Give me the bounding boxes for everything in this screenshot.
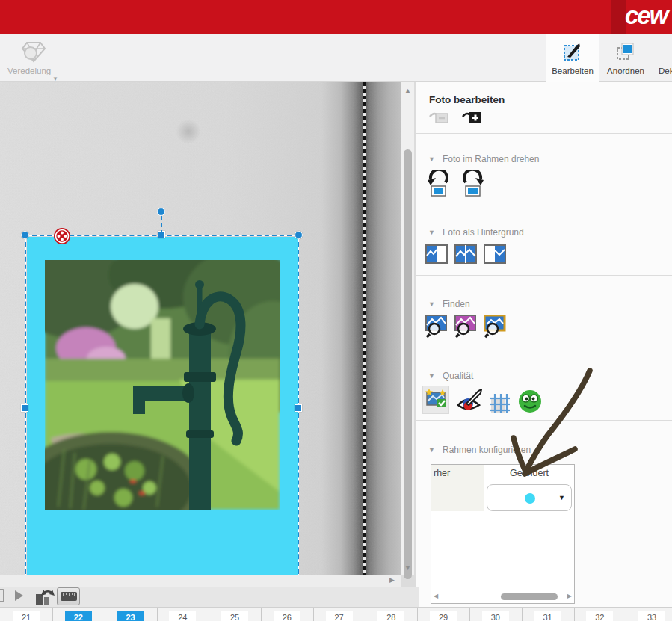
canvas-horizontal-scrollbar[interactable]: ▶ [0, 575, 401, 587]
ruler-page-number[interactable]: 22 [65, 611, 92, 621]
ruler-tick [261, 608, 262, 621]
edit-pencil-icon [562, 41, 583, 62]
photo-background-right-icon[interactable] [484, 244, 506, 264]
resize-handle-middle-right[interactable] [295, 404, 302, 412]
tab-label: Anordnen [607, 67, 644, 75]
edit-photo-panel: Foto bearbeiten ▼ Foto im Rahmen drehen [416, 82, 672, 607]
selection-outline-dashed [25, 235, 299, 581]
bottom-toolbar [0, 587, 419, 607]
resize-handle-middle-left[interactable] [21, 404, 28, 412]
cyan-color-swatch [525, 493, 535, 504]
chevron-down-icon: ▼ [52, 75, 58, 82]
arrange-icon [615, 41, 636, 62]
find-frame-icon[interactable] [484, 315, 506, 339]
collapse-caret-icon[interactable]: ▼ [428, 229, 435, 236]
tab-bearbeiten[interactable]: Bearbeiten [546, 34, 599, 82]
veredelung-button[interactable]: Veredelung ▼ [3, 37, 75, 80]
ruler-toggle-button[interactable] [57, 587, 80, 605]
section-label-background: Foto als Hintergrund [443, 227, 524, 238]
find-similar-photo-icon[interactable] [454, 315, 477, 339]
ruler-page-number[interactable]: 31 [534, 611, 561, 621]
section-divider [416, 275, 672, 276]
section-label-find: Finden [443, 299, 470, 309]
rotation-handle-line [161, 215, 162, 235]
section-divider [416, 203, 672, 203]
table-scroll-left-icon[interactable]: ◀ [434, 593, 438, 599]
header-dark-patch [611, 0, 626, 34]
tab-anordnen[interactable]: Anordnen [600, 34, 651, 82]
ruler-tick [52, 608, 53, 621]
image-quality-warning-icon [53, 227, 71, 245]
rotate-left-icon[interactable] [427, 170, 452, 197]
clipped-icon-row [427, 111, 576, 133]
application-window: cew Veredelung ▼ Bearbeiten [0, 0, 672, 621]
ruler-page-number[interactable]: 33 [638, 611, 665, 621]
ruler-page-number[interactable]: 32 [586, 611, 613, 621]
photo-background-both-icon[interactable] [454, 244, 477, 264]
quality-ok-smiley-icon[interactable] [517, 389, 543, 414]
frame-color-table: rher Geändert ▼ ◀ ▶ [431, 464, 575, 604]
ruler-page-number[interactable]: 23 [117, 611, 144, 621]
header-bar: cew [0, 0, 672, 34]
vertical-scroll-thumb[interactable] [404, 149, 412, 579]
mask-add-icon[interactable] [460, 111, 487, 133]
ruler-tick [157, 608, 158, 621]
resize-handle-top-left[interactable] [21, 231, 29, 239]
column-header-changed: Geändert [484, 468, 574, 478]
rotation-handle[interactable] [157, 208, 165, 216]
panel-title: Foto bearbeiten [429, 94, 505, 105]
section-label-frame-config: Rahmen konfigurieren [443, 445, 531, 455]
table-scroll-right-icon[interactable]: ▶ [567, 593, 572, 599]
tab-label: Dek [659, 67, 672, 75]
canvas-vertical-scrollbar[interactable]: ▲ ▼ [401, 82, 414, 575]
tab-label: Bearbeiten [552, 67, 594, 75]
auto-enhance-icon [425, 388, 447, 409]
find-photo-icon[interactable] [425, 315, 448, 339]
collapse-caret-icon[interactable]: ▼ [428, 300, 435, 308]
ruler-tick [522, 608, 523, 621]
resize-handle-top-right[interactable] [295, 231, 303, 239]
ruler-page-number[interactable]: 28 [377, 611, 404, 621]
scroll-down-icon[interactable]: ▼ [404, 564, 411, 572]
diamond-icon [21, 40, 46, 64]
scroll-up-icon[interactable]: ▲ [404, 87, 411, 94]
table-horizontal-scrollbar[interactable]: ◀ ▶ [432, 592, 573, 602]
play-icon[interactable] [15, 590, 23, 601]
ruler-page-number[interactable]: 29 [430, 611, 457, 621]
ruler-page-number[interactable]: 21 [13, 611, 40, 621]
ruler-page-number[interactable]: 27 [326, 611, 353, 621]
frame-color-dropdown[interactable]: ▼ [487, 484, 572, 511]
collapse-caret-icon[interactable]: ▼ [428, 155, 435, 163]
sharpness-grid-icon[interactable] [490, 393, 511, 414]
column-header-before: rher [434, 468, 450, 478]
dropdown-caret-icon[interactable]: ▼ [558, 494, 565, 501]
ruler-tick [366, 608, 366, 621]
ruler-page-number[interactable]: 24 [169, 611, 196, 621]
auto-enhance-active-bg[interactable] [422, 386, 449, 414]
ruler-tick [469, 608, 470, 621]
ruler-tick [313, 608, 314, 621]
ruler-page-number[interactable]: 25 [221, 611, 248, 621]
header-underline [431, 483, 574, 483]
section-divider [416, 347, 672, 347]
page-bleed-dashed-line [363, 82, 366, 575]
photo-background-left-icon[interactable] [425, 244, 448, 264]
mask-remove-icon-disabled[interactable] [427, 111, 451, 133]
change-format-icon[interactable] [34, 588, 55, 606]
tab-dekorieren-truncated[interactable]: Dek [653, 34, 672, 82]
rotate-right-icon[interactable] [459, 170, 484, 197]
table-scroll-thumb[interactable] [501, 593, 558, 600]
section-label-rotate: Foto im Rahmen drehen [443, 154, 539, 164]
decorate-icon-partial [660, 41, 672, 62]
page-canvas[interactable]: ▲ ▼ ▶ [0, 82, 419, 587]
collapse-caret-icon[interactable]: ▼ [428, 372, 435, 380]
collapse-caret-icon[interactable]: ▼ [428, 446, 435, 454]
ruler-page-number[interactable]: 26 [274, 611, 300, 621]
ruler-page-number[interactable]: 30 [482, 611, 509, 621]
red-eye-removal-icon[interactable] [456, 389, 483, 414]
section-divider [416, 420, 672, 421]
clipped-tool-icon[interactable] [0, 589, 4, 602]
scroll-right-icon[interactable]: ▶ [389, 576, 395, 584]
page-ruler: 21222324252627282930313233 [0, 607, 672, 621]
ruler-tick [105, 608, 105, 621]
